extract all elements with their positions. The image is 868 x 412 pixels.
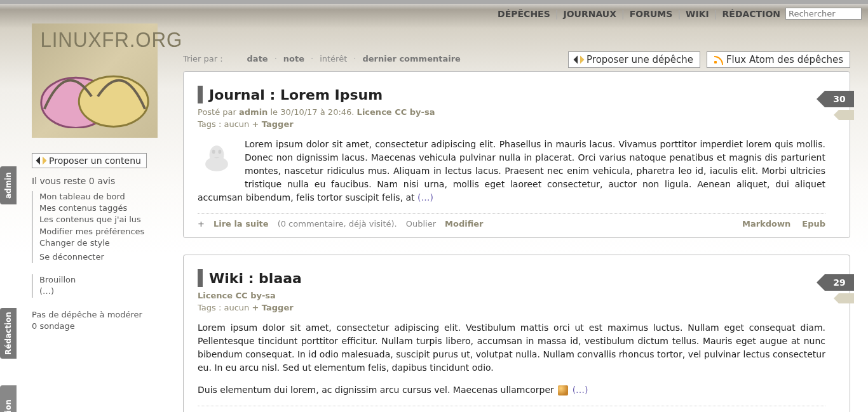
sort-date[interactable]: date (247, 54, 268, 63)
pencil-icon (36, 156, 47, 166)
propose-content-button[interactable]: Proposer un contenu (32, 153, 147, 168)
top-nav: DÉPÊCHES| JOURNAUX| FORUMS| WIKI| RÉDACT… (0, 4, 868, 23)
licence-link[interactable]: Licence CC by-sa (198, 291, 276, 300)
svg-point-4 (212, 150, 215, 154)
svg-point-5 (218, 150, 221, 154)
tagger-button[interactable]: + Tagger (252, 119, 293, 129)
sort-label: Trier par : (183, 54, 223, 63)
propose-depeche-label: Proposer une dépêche (587, 54, 693, 65)
vtab-admin[interactable]: admin (0, 166, 17, 204)
rss-icon (714, 55, 722, 64)
card-footer: + Lire la suite (0 commentaire, déjà vis… (198, 213, 825, 229)
sidebar-item-draft-etc[interactable]: (…) (39, 286, 158, 297)
content-card: 30 Journal : Lorem Ipsum Posté par admin… (183, 71, 850, 238)
card-title[interactable]: Journal : Lorem Ipsum (209, 87, 383, 103)
edit-link[interactable]: Modifier (445, 219, 484, 229)
sidebar-item-prefs[interactable]: Modifier mes préférences (39, 226, 158, 237)
tux-icon (198, 138, 236, 176)
top-actions: Proposer une dépêche Flux Atom des dépêc… (568, 51, 850, 68)
author-link[interactable]: admin (239, 107, 268, 117)
score-ribbon-secondary[interactable] (839, 110, 854, 120)
card-meta: Posté par admin le 30/10/17 à 20:46. Lic… (198, 107, 825, 117)
read-more-ellipsis[interactable]: (…) (573, 385, 588, 395)
licence-link[interactable]: Licence CC by-sa (357, 107, 435, 117)
sidebar-admin-block: Il vous reste 0 avis Mon tableau de bord… (32, 176, 158, 263)
content-card: 29 Wiki : blaaa Licence CC by-sa Tags : … (183, 255, 850, 412)
svg-point-3 (210, 145, 224, 164)
tags-line: Tags : aucun + Tagger (198, 303, 825, 312)
title-bar (198, 86, 203, 103)
card-footer: + Lire la suite (0 commentaire, déjà vis… (198, 406, 825, 412)
logo-art (32, 52, 158, 138)
card-title[interactable]: Wiki : blaaa (209, 270, 302, 286)
sidebar-item-tagged[interactable]: Mes contenus taggés (39, 203, 158, 214)
nav-depeches[interactable]: DÉPÊCHES (498, 9, 550, 19)
card-body: Lorem ipsum dolor sit amet, consectetur … (198, 321, 825, 397)
tags-line: Tags : aucun + Tagger (198, 119, 825, 129)
markdown-link[interactable]: Markdown (742, 219, 790, 229)
nav-journaux[interactable]: JOURNAUX (563, 9, 616, 19)
atom-feed-label: Flux Atom des dépêches (726, 54, 843, 65)
sidebar-item-logout[interactable]: Se déconnecter (39, 251, 158, 263)
score-ribbon[interactable]: 30 (825, 91, 854, 107)
search-input[interactable] (785, 8, 862, 20)
score-ribbon[interactable]: 29 (825, 274, 854, 291)
epub-link[interactable]: Epub (802, 219, 825, 229)
sort-interet[interactable]: intérêt (320, 54, 347, 63)
main-content: Proposer une dépêche Flux Atom des dépêc… (158, 23, 868, 412)
forget-link[interactable]: Oublier (406, 219, 436, 229)
comment-info: (0 commentaire, déjà visité). (278, 219, 397, 229)
svg-point-1 (79, 76, 148, 126)
vtab-redaction[interactable]: Rédaction (0, 308, 17, 359)
card-body: Lorem ipsum dolor sit amet, consectetur … (198, 138, 825, 204)
sort-last-comment[interactable]: dernier commentaire (362, 54, 460, 63)
sidebar-item-draft[interactable]: Brouillon (39, 274, 158, 286)
sidebar-item-sondage: 0 sondage (32, 321, 158, 332)
avis-remaining: Il vous reste 0 avis (32, 176, 158, 186)
atom-feed-button[interactable]: Flux Atom des dépêches (707, 51, 850, 68)
sidebar-item-no-moderation: Pas de dépêche à modérer (32, 309, 158, 321)
score-ribbon-secondary[interactable] (839, 293, 854, 303)
title-bar (198, 269, 203, 287)
site-logo[interactable]: LINUXFR.ORG (32, 23, 158, 138)
logo-text: LINUXFR.ORG (37, 23, 153, 52)
vtab-ation[interactable]: ation (0, 385, 17, 412)
expand-icon[interactable]: + (198, 219, 205, 229)
sort-note[interactable]: note (283, 54, 304, 63)
propose-depeche-button[interactable]: Proposer une dépêche (568, 51, 700, 68)
propose-content-label: Proposer un contenu (49, 156, 141, 166)
sidebar-item-dashboard[interactable]: Mon tableau de bord (39, 191, 158, 203)
tagger-button[interactable]: + Tagger (252, 303, 293, 312)
nav-redaction[interactable]: RÉDACTION (722, 9, 780, 19)
pencil-icon (574, 55, 585, 65)
read-more-link[interactable]: Lire la suite (214, 219, 269, 229)
nav-wiki[interactable]: WIKI (686, 9, 709, 19)
card-meta: Licence CC by-sa (198, 291, 825, 300)
sidebar-redaction-block: Brouillon (…) (32, 274, 158, 297)
sidebar-mod-block: Pas de dépêche à modérer 0 sondage (32, 309, 158, 332)
sidebar: admin Rédaction ation LINUXFR.ORG Propos… (0, 23, 158, 343)
sidebar-item-style[interactable]: Changer de style (39, 237, 158, 249)
nav-forums[interactable]: FORUMS (630, 9, 673, 19)
sidebar-item-read[interactable]: Les contenus que j'ai lus (39, 214, 158, 225)
emoji-icon (558, 385, 568, 395)
read-more-ellipsis[interactable]: (…) (417, 192, 433, 203)
